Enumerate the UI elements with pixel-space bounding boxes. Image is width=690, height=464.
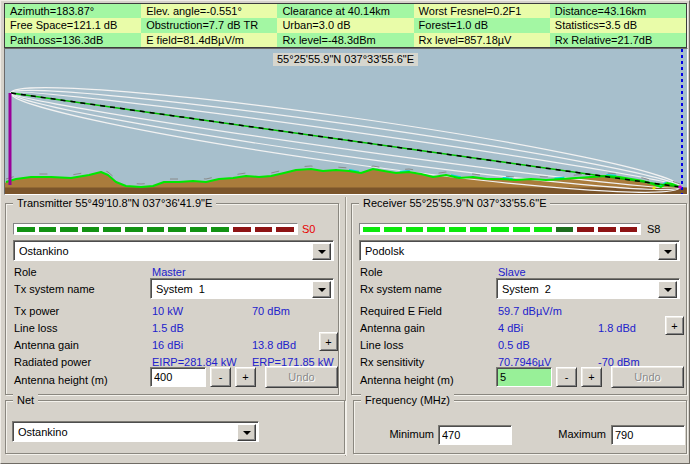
header-cell: Urban=3.0 dB xyxy=(277,18,413,32)
chevron-down-icon xyxy=(243,431,251,439)
rx-height-label: Antenna height (m) xyxy=(360,374,454,387)
meter-segment xyxy=(491,227,508,232)
header-cell: Worst Fresnel=0.2F1 xyxy=(414,4,550,18)
rx-lineloss-label: Line loss xyxy=(360,339,403,352)
tx-gain-dbd: 13.8 dBd xyxy=(252,339,296,352)
rx-role-label: Role xyxy=(360,266,383,279)
net-panel: Net Ostankino xyxy=(5,400,345,454)
rx-undo-button[interactable]: Undo xyxy=(611,366,684,388)
meter-segment xyxy=(620,227,637,232)
tx-system-label: Tx system name xyxy=(14,283,95,296)
tx-undo-button[interactable]: Undo xyxy=(265,366,338,388)
tx-height-input[interactable] xyxy=(150,367,206,387)
meter-segment xyxy=(470,227,487,232)
meter-segment xyxy=(39,227,57,232)
chevron-down-icon xyxy=(664,288,672,296)
header-cell: Obstruction=7.7 dB TR xyxy=(141,18,277,32)
rx-gain-label: Antenna gain xyxy=(360,322,425,335)
rx-required-field-value: 59.7 dBµV/m xyxy=(498,305,562,318)
header-cell: Distance=43.16km xyxy=(550,4,686,18)
rx-system-dropdown-button[interactable] xyxy=(658,281,677,298)
rx-s-unit-label: S8 xyxy=(647,223,660,235)
path-profile-chart[interactable]: 55°25'55.9"N 037°33'55.6"E xyxy=(4,48,688,195)
rx-signal-meter xyxy=(359,223,641,235)
rx-required-field-label: Required E Field xyxy=(360,305,442,318)
cursor-coordinates-label: 55°25'55.9"N 037°33'55.6"E xyxy=(273,53,418,66)
tx-power-label: Tx power xyxy=(14,305,59,318)
header-cell: Rx level=-48.3dBm xyxy=(277,33,413,47)
tx-lineloss-label: Line loss xyxy=(14,322,57,335)
marker-yellow-dot xyxy=(652,186,655,189)
meter-segment xyxy=(427,227,444,232)
meter-segment xyxy=(147,227,165,232)
tx-system-dropdown-button[interactable] xyxy=(312,281,331,298)
rx-system-label: Rx system name xyxy=(360,283,442,296)
radio-link-window: Azimuth=183.87°Elev. angle=-0.551°Cleara… xyxy=(0,0,690,464)
chevron-down-icon xyxy=(664,250,672,258)
net-dropdown-button[interactable] xyxy=(237,424,256,441)
tx-role-label: Role xyxy=(14,266,37,279)
tx-station-dropdown-button[interactable] xyxy=(312,243,331,260)
frequency-max-label: Maximum xyxy=(556,428,606,441)
tx-height-decrease-button[interactable]: - xyxy=(210,367,231,387)
net-value: Ostankino xyxy=(18,426,68,438)
rx-gain-dbd: 1.8 dBd xyxy=(598,322,636,335)
transmitter-panel-title: Transmitter 55°49'10.8"N 037°36'41.9"E xyxy=(13,197,216,210)
meter-segment xyxy=(384,227,401,232)
terrain-base-band xyxy=(5,188,687,195)
header-cell: PathLoss=136.3dB xyxy=(5,33,141,47)
meter-segment xyxy=(255,227,273,232)
meter-segment xyxy=(513,227,530,232)
rx-gain-dbi: 4 dBi xyxy=(498,322,523,335)
rx-antenna-pattern-button[interactable]: + xyxy=(665,316,684,335)
meter-segment xyxy=(82,227,100,232)
tx-system-combobox[interactable]: System 1 xyxy=(150,278,334,299)
rx-sensitivity-label: Rx sensitivity xyxy=(360,356,424,369)
meter-segment xyxy=(190,227,208,232)
meter-segment xyxy=(17,227,35,232)
tx-station-combobox[interactable]: Ostankino xyxy=(13,240,334,261)
rx-station-value: Podolsk xyxy=(365,245,404,257)
frequency-max-input[interactable] xyxy=(611,425,685,445)
meter-segment xyxy=(406,227,423,232)
tx-gain-label: Antenna gain xyxy=(14,339,79,352)
rx-station-dropdown-button[interactable] xyxy=(658,243,677,260)
header-cell: Rx Relative=21.7dB xyxy=(550,33,686,47)
header-cell: Free Space=121.1 dB xyxy=(5,18,141,32)
meter-segment xyxy=(577,227,594,232)
tx-s-unit-label: S0 xyxy=(302,223,315,235)
meter-segment xyxy=(363,227,380,232)
frequency-min-label: Minimum xyxy=(386,428,434,441)
tx-power-kw: 10 kW xyxy=(152,305,183,318)
tx-antenna-pattern-button[interactable]: + xyxy=(319,332,338,351)
tx-radiated-label: Radiated power xyxy=(14,356,91,369)
header-cell: Clearance at 40.14km xyxy=(277,4,413,18)
net-combobox[interactable]: Ostankino xyxy=(12,421,259,442)
header-cell: Elev. angle=-0.551° xyxy=(141,4,277,18)
receiver-panel-title: Receiver 55°25'55.9"N 037°33'55.6"E xyxy=(359,197,550,210)
header-cell: Rx level=857.18µV xyxy=(414,33,550,47)
rx-system-combobox[interactable]: System 2 xyxy=(496,278,680,299)
rx-height-decrease-button[interactable]: - xyxy=(556,367,577,387)
rx-height-increase-button[interactable]: + xyxy=(581,367,602,387)
meter-segment xyxy=(233,227,251,232)
meter-segment xyxy=(276,227,294,232)
rx-station-combobox[interactable]: Podolsk xyxy=(359,240,680,261)
header-cell: Azimuth=183.87° xyxy=(5,4,141,18)
frequency-panel-title: Frequency (MHz) xyxy=(361,394,454,407)
tx-height-increase-button[interactable]: + xyxy=(235,367,256,387)
frequency-panel: Frequency (MHz) Minimum Maximum xyxy=(353,400,687,454)
rx-height-input[interactable] xyxy=(496,367,552,387)
meter-segment xyxy=(449,227,466,232)
tx-power-dbm: 70 dBm xyxy=(252,305,290,318)
panel-divider xyxy=(345,197,347,456)
tx-station-value: Ostankino xyxy=(19,245,69,257)
rx-lineloss-value: 0.5 dB xyxy=(498,339,530,352)
meter-segment xyxy=(125,227,143,232)
meter-segment xyxy=(556,227,573,232)
tx-system-value: System 1 xyxy=(156,283,205,295)
meter-segment xyxy=(103,227,121,232)
frequency-min-input[interactable] xyxy=(438,425,512,445)
chevron-down-icon xyxy=(318,288,326,296)
receiver-panel: Receiver 55°25'55.9"N 037°33'55.6"E S8 P… xyxy=(351,203,687,395)
